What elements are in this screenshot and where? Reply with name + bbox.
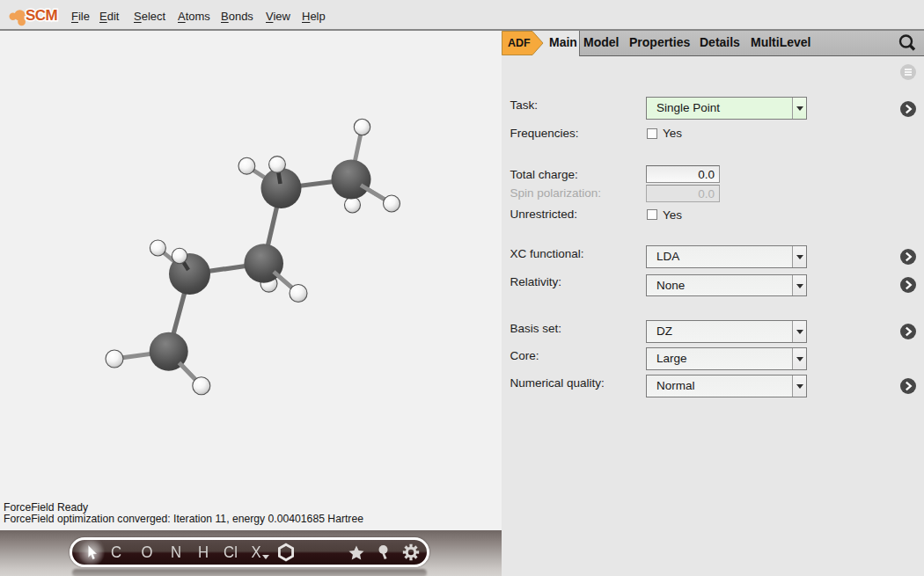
svg-text:SCM: SCM bbox=[26, 7, 58, 24]
svg-text:ADF: ADF bbox=[508, 37, 531, 49]
